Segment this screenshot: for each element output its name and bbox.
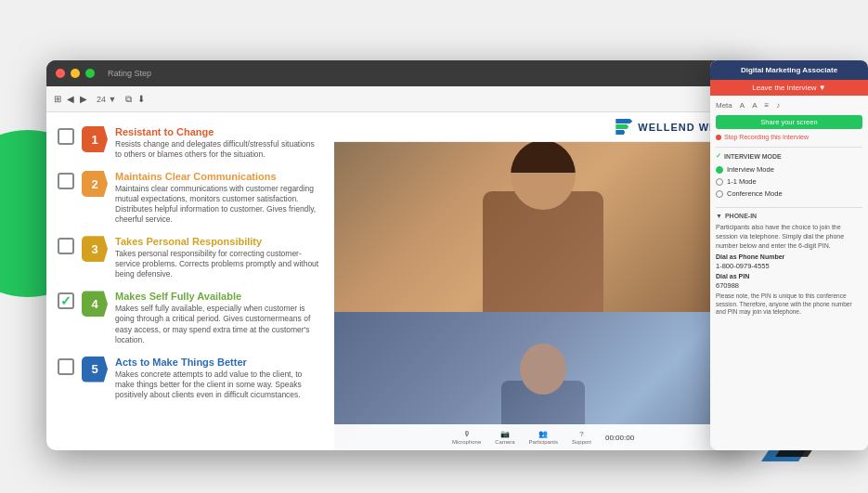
- interview-mode-section: ✓ INTERVIEW MODE Interview Mode1-1 ModeC…: [716, 152, 862, 200]
- item-desc-2: Maintains clear communications with cust…: [115, 184, 323, 225]
- item-content-5: Acts to Make Things BetterMakes concrete…: [115, 357, 323, 400]
- checklist-item-1: 1Resistant to ChangeResists change and d…: [58, 126, 323, 160]
- microphone-control[interactable]: 🎙 Microphone: [452, 430, 481, 445]
- sidebar-menu-icon-a[interactable]: A: [740, 101, 745, 110]
- mode-options: Interview Mode1-1 ModeConference Mode: [716, 163, 862, 200]
- checklist-item-4: 4Makes Self Fully AvailableMakes self fu…: [58, 291, 323, 344]
- checkbox-1[interactable]: [58, 128, 74, 145]
- sidebar-menu-icon-d[interactable]: ♪: [776, 101, 780, 110]
- stop-recording-button[interactable]: Stop Recording this Interview: [716, 132, 862, 142]
- number-badge-5: 5: [82, 357, 108, 383]
- stop-icon: [716, 135, 721, 140]
- item-title-3: Takes Personal Responsibility: [115, 236, 323, 247]
- close-traffic-light[interactable]: [56, 69, 65, 78]
- sidebar-menu-icon-b[interactable]: A: [752, 101, 757, 110]
- phone-in-label: ▼ PHONE-IN: [716, 213, 862, 219]
- radio-0: [716, 166, 723, 174]
- mode-option-0[interactable]: Interview Mode: [716, 163, 862, 175]
- maximize-traffic-light[interactable]: [85, 69, 95, 78]
- item-desc-3: Takes personal responsibility for correc…: [115, 249, 323, 279]
- checkbox-2[interactable]: [58, 173, 74, 189]
- checklist-container: 1Resistant to ChangeResists change and d…: [58, 126, 323, 400]
- divider-1: [716, 147, 862, 148]
- interview-mode-label: ✓ INTERVIEW MODE: [716, 152, 862, 160]
- item-title-4: Makes Self Fully Available: [115, 291, 323, 302]
- dial-label: Dial as Phone Number: [716, 253, 862, 260]
- number-badge-1: 1: [82, 126, 108, 152]
- mode-label-2: Conference Mode: [727, 189, 783, 198]
- sidebar-header: Digital Marketing Associate: [710, 60, 868, 80]
- pin: 670988: [716, 281, 862, 290]
- radio-2: [716, 190, 723, 198]
- phone-description: Participants also have the choice to joi…: [716, 223, 862, 250]
- item-desc-1: Resists change and delegates difficult/s…: [115, 139, 323, 160]
- video-main: [334, 142, 752, 312]
- phone-number: 1-800-0979-4555: [716, 262, 862, 270]
- toolbar-icon-copy[interactable]: ⧉: [125, 94, 132, 105]
- item-content-4: Makes Self Fully AvailableMakes self ful…: [115, 291, 323, 344]
- camera-control[interactable]: 📷 Camera: [495, 430, 514, 445]
- timer: 00:00:00: [605, 434, 634, 442]
- mode-label-0: Interview Mode: [727, 165, 774, 174]
- mode-option-2[interactable]: Conference Mode: [716, 188, 862, 200]
- divider-2: [716, 207, 862, 208]
- toolbar-icon-download[interactable]: ⬇: [137, 94, 145, 104]
- pin-note: Please note, the PIN is unique to this c…: [716, 292, 862, 316]
- item-desc-4: Makes self fully available, especially w…: [115, 304, 323, 344]
- item-content-3: Takes Personal ResponsibilityTakes perso…: [115, 236, 323, 279]
- checklist-item-5: 5Acts to Make Things BetterMakes concret…: [58, 357, 323, 400]
- item-title-1: Resistant to Change: [115, 126, 323, 137]
- right-sidebar: Digital Marketing Associate Leave the In…: [710, 60, 868, 450]
- checklist-item-3: 3Takes Personal ResponsibilityTakes pers…: [58, 236, 323, 279]
- item-title-2: Maintains Clear Communications: [115, 171, 323, 182]
- browser-window: Rating Step Close ⊞ ◀ ▶ 24 ▼ ⧉ ⬇ WELLEND…: [46, 60, 752, 450]
- sidebar-menu-icon-c[interactable]: ≡: [764, 101, 769, 110]
- share-screen-button[interactable]: Share your screen: [716, 115, 862, 129]
- browser-titlebar: Rating Step Close: [46, 60, 752, 86]
- checklist-item-2: 2Maintains Clear CommunicationsMaintains…: [58, 171, 323, 225]
- toolbar-icon-prev[interactable]: ◀: [67, 94, 74, 104]
- video-panel: 🎙 Microphone 📷 Camera 👥 Participants ? S…: [334, 142, 752, 450]
- toolbar-icon-grid: ⊞: [54, 94, 61, 104]
- minimize-traffic-light[interactable]: [71, 69, 80, 78]
- bottom-toolbar: 🎙 Microphone 📷 Camera 👥 Participants ? S…: [334, 424, 752, 450]
- titlebar-label: Rating Step: [108, 69, 151, 78]
- participants-label: Participants: [529, 439, 558, 445]
- item-content-1: Resistant to ChangeResists change and de…: [115, 126, 323, 160]
- number-badge-2: 2: [82, 171, 108, 197]
- mode-label-1: 1-1 Mode: [727, 177, 757, 186]
- browser-toolbar: ⊞ ◀ ▶ 24 ▼ ⧉ ⬇: [46, 86, 752, 112]
- checkbox-5[interactable]: [58, 358, 74, 375]
- pin-label: Dial as PIN: [716, 273, 862, 279]
- microphone-label: Microphone: [452, 439, 481, 445]
- checklist-panel: WELLEND WINGS 1Resistant to ChangeResist…: [46, 112, 334, 450]
- mode-option-1[interactable]: 1-1 Mode: [716, 175, 862, 188]
- browser-content: WELLEND WINGS 1Resistant to ChangeResist…: [46, 112, 752, 450]
- leave-interview-button[interactable]: Leave the Interview ▼: [710, 80, 868, 96]
- checkbox-4[interactable]: [58, 292, 74, 309]
- camera-label: Camera: [495, 439, 514, 445]
- item-title-5: Acts to Make Things Better: [115, 357, 323, 368]
- item-desc-5: Makes concrete attempts to add value to …: [115, 370, 323, 400]
- sidebar-menu-meta[interactable]: Meta: [716, 101, 732, 110]
- phone-in-section: ▼ PHONE-IN Participants also have the ch…: [716, 213, 862, 317]
- support-control[interactable]: ? Support: [572, 430, 591, 445]
- radio-1: [716, 178, 723, 186]
- item-content-2: Maintains Clear CommunicationsMaintains …: [115, 171, 323, 225]
- number-badge-3: 3: [82, 236, 108, 262]
- participants-control[interactable]: 👥 Participants: [529, 430, 558, 445]
- page-indicator: 24 ▼: [97, 95, 116, 104]
- toolbar-icon-next[interactable]: ▶: [80, 94, 87, 104]
- number-badge-4: 4: [82, 291, 108, 317]
- support-label: Support: [572, 439, 591, 445]
- checkbox-3[interactable]: [58, 238, 74, 254]
- sidebar-content: Meta A A ≡ ♪ Share your screen Stop Reco…: [710, 96, 868, 450]
